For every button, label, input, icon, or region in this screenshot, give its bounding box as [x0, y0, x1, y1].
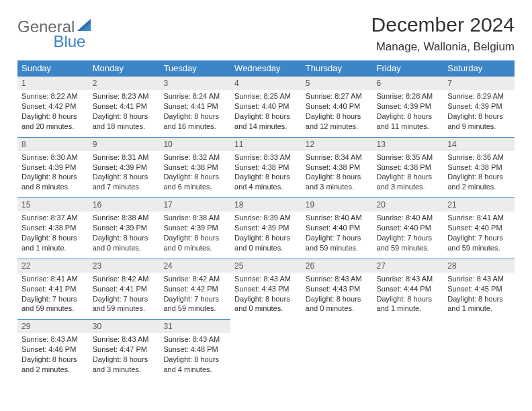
daylight-text: Daylight: 8 hours — [377, 172, 440, 182]
sunset-text: Sunset: 4:38 PM — [163, 163, 226, 173]
sunrise-text: Sunrise: 8:43 AM — [306, 274, 369, 284]
daylight-text: and 59 minutes. — [306, 243, 369, 253]
daylight-text: Daylight: 8 hours — [447, 294, 511, 304]
day-detail-cell: Sunrise: 8:34 AMSunset: 4:38 PMDaylight:… — [302, 151, 373, 198]
daylight-text: Daylight: 7 hours — [306, 233, 369, 243]
day-number-cell: 31 — [159, 320, 230, 334]
daylight-text: and 4 minutes. — [163, 365, 226, 375]
sunset-text: Sunset: 4:41 PM — [163, 101, 226, 111]
weekday-header: Tuesday — [159, 60, 230, 77]
sunrise-text: Sunrise: 8:40 AM — [306, 213, 369, 223]
day-detail-cell: Sunrise: 8:41 AMSunset: 4:41 PMDaylight:… — [17, 273, 89, 320]
day-detail-row: Sunrise: 8:30 AMSunset: 4:39 PMDaylight:… — [17, 151, 515, 198]
daylight-text: and 7 minutes. — [93, 182, 156, 192]
day-number-cell: 7 — [443, 77, 515, 91]
sunset-text: Sunset: 4:40 PM — [306, 101, 369, 111]
daylight-text: Daylight: 8 hours — [93, 172, 156, 182]
daylight-text: Daylight: 8 hours — [93, 233, 156, 243]
daylight-text: and 11 minutes. — [377, 122, 440, 132]
weekday-header: Thursday — [302, 60, 373, 77]
daylight-text: Daylight: 8 hours — [163, 233, 226, 243]
sunrise-text: Sunrise: 8:43 AM — [163, 334, 226, 345]
day-detail-row: Sunrise: 8:43 AMSunset: 4:46 PMDaylight:… — [17, 333, 515, 379]
day-number-cell: 9 — [89, 137, 160, 151]
day-number-cell: 14 — [443, 137, 515, 151]
day-detail-cell: Sunrise: 8:43 AMSunset: 4:45 PMDaylight:… — [443, 273, 515, 320]
day-detail-cell: Sunrise: 8:42 AMSunset: 4:42 PMDaylight:… — [159, 273, 230, 320]
daylight-text: and 2 minutes. — [21, 365, 85, 375]
day-detail-cell: Sunrise: 8:32 AMSunset: 4:38 PMDaylight:… — [159, 151, 230, 198]
sunrise-text: Sunrise: 8:43 AM — [93, 334, 156, 345]
day-detail-cell — [302, 333, 373, 379]
day-detail-cell: Sunrise: 8:43 AMSunset: 4:47 PMDaylight:… — [89, 333, 160, 379]
day-number-cell — [443, 320, 515, 334]
weekday-header: Friday — [373, 60, 444, 77]
daylight-text: and 12 minutes. — [306, 122, 369, 132]
daylight-text: and 8 minutes. — [21, 182, 85, 192]
daylight-text: Daylight: 8 hours — [93, 355, 156, 365]
day-detail-cell: Sunrise: 8:27 AMSunset: 4:40 PMDaylight:… — [302, 90, 373, 137]
day-number-cell: 13 — [373, 137, 444, 151]
daylight-text: and 59 minutes. — [93, 304, 156, 314]
day-number-cell: 12 — [302, 137, 373, 151]
day-number-row: 891011121314 — [17, 137, 515, 151]
day-detail-cell: Sunrise: 8:28 AMSunset: 4:39 PMDaylight:… — [373, 90, 444, 137]
sunrise-text: Sunrise: 8:43 AM — [377, 274, 440, 284]
sunset-text: Sunset: 4:48 PM — [163, 345, 226, 355]
sunset-text: Sunset: 4:39 PM — [93, 163, 156, 173]
day-number-cell: 20 — [373, 198, 444, 212]
daylight-text: and 0 minutes. — [163, 243, 226, 253]
daylight-text: Daylight: 7 hours — [163, 294, 226, 304]
daylight-text: Daylight: 8 hours — [306, 172, 369, 182]
day-detail-cell: Sunrise: 8:22 AMSunset: 4:42 PMDaylight:… — [17, 90, 89, 137]
daylight-text: Daylight: 7 hours — [93, 294, 156, 304]
sunrise-text: Sunrise: 8:32 AM — [163, 152, 226, 163]
sunset-text: Sunset: 4:39 PM — [93, 223, 156, 233]
day-detail-cell: Sunrise: 8:37 AMSunset: 4:38 PMDaylight:… — [17, 212, 89, 259]
sunrise-text: Sunrise: 8:42 AM — [93, 274, 156, 284]
day-number-cell — [373, 320, 444, 334]
sunset-text: Sunset: 4:40 PM — [377, 223, 440, 233]
sunrise-text: Sunrise: 8:29 AM — [447, 91, 511, 101]
day-number-cell: 21 — [443, 198, 515, 212]
weekday-header: Sunday — [17, 60, 89, 77]
day-number-cell: 8 — [17, 137, 89, 151]
day-number-cell: 28 — [443, 259, 515, 273]
sunrise-text: Sunrise: 8:42 AM — [163, 274, 226, 284]
sunrise-text: Sunrise: 8:36 AM — [447, 152, 511, 163]
sunrise-text: Sunrise: 8:39 AM — [234, 213, 298, 223]
day-detail-row: Sunrise: 8:37 AMSunset: 4:38 PMDaylight:… — [17, 212, 515, 259]
sunset-text: Sunset: 4:39 PM — [234, 223, 298, 233]
daylight-text: and 0 minutes. — [306, 304, 369, 314]
day-number-cell: 16 — [89, 198, 160, 212]
day-number-cell: 30 — [89, 320, 160, 334]
sunrise-text: Sunrise: 8:34 AM — [306, 152, 369, 163]
daylight-text: Daylight: 8 hours — [163, 111, 226, 122]
daylight-text: Daylight: 8 hours — [234, 172, 298, 182]
day-detail-cell: Sunrise: 8:42 AMSunset: 4:41 PMDaylight:… — [89, 273, 160, 320]
day-number-cell: 5 — [302, 77, 373, 91]
day-number-cell: 17 — [159, 198, 230, 212]
day-number-row: 293031 — [17, 320, 515, 334]
day-detail-cell — [443, 333, 515, 379]
day-number-row: 1234567 — [17, 77, 515, 91]
day-number-cell: 18 — [230, 198, 302, 212]
day-number-cell: 6 — [373, 77, 444, 91]
day-number-cell: 22 — [17, 259, 89, 273]
sunset-text: Sunset: 4:41 PM — [21, 284, 85, 294]
header: General Blue December 2024 Manage, Wallo… — [17, 13, 515, 54]
daylight-text: Daylight: 8 hours — [163, 172, 226, 182]
daylight-text: Daylight: 7 hours — [447, 233, 511, 243]
day-detail-cell: Sunrise: 8:40 AMSunset: 4:40 PMDaylight:… — [373, 212, 444, 259]
day-number-row: 22232425262728 — [17, 259, 515, 273]
day-detail-cell: Sunrise: 8:43 AMSunset: 4:48 PMDaylight:… — [159, 333, 230, 379]
daylight-text: Daylight: 8 hours — [21, 233, 85, 243]
sunrise-text: Sunrise: 8:30 AM — [21, 152, 85, 163]
sunset-text: Sunset: 4:39 PM — [21, 163, 85, 173]
sunset-text: Sunset: 4:39 PM — [447, 101, 511, 111]
sunset-text: Sunset: 4:46 PM — [21, 345, 85, 355]
sunrise-text: Sunrise: 8:41 AM — [21, 274, 85, 284]
sunrise-text: Sunrise: 8:22 AM — [21, 91, 85, 101]
day-detail-cell: Sunrise: 8:43 AMSunset: 4:46 PMDaylight:… — [17, 333, 89, 379]
daylight-text: and 3 minutes. — [377, 182, 440, 192]
